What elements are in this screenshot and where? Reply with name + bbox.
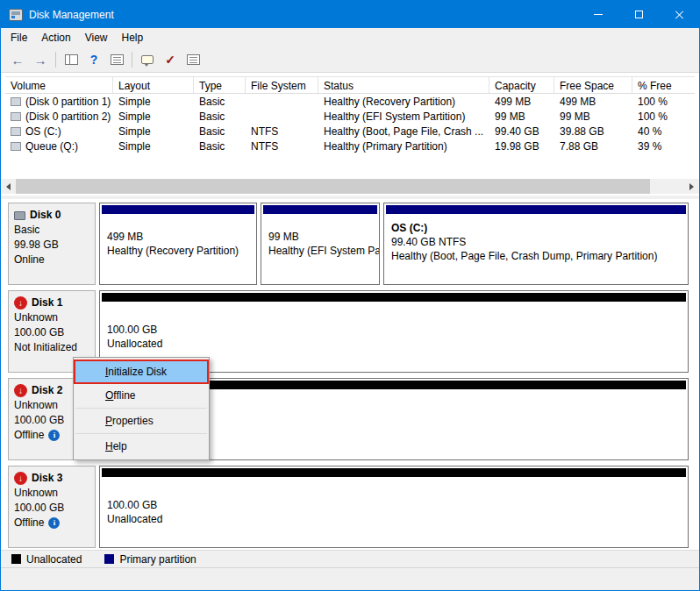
column-header-layout[interactable]: Layout <box>113 77 194 93</box>
menu-separator <box>75 433 207 434</box>
check-button[interactable] <box>159 49 182 70</box>
disk-name: Disk 3 <box>32 471 62 486</box>
partition-text: OS (C:) 99.40 GB NTFS Healthy (Boot, Pag… <box>384 214 688 263</box>
action-pane-icon <box>141 55 154 64</box>
column-header-volume[interactable]: Volume <box>5 77 113 93</box>
cell-file-system: NTFS <box>246 125 318 138</box>
export-list-icon <box>111 54 124 65</box>
volume-icon <box>11 127 21 136</box>
cell-free-space: 7.88 GB <box>554 140 632 153</box>
column-header-file-system[interactable]: File System <box>246 77 318 93</box>
scrollbar-thumb[interactable] <box>16 179 650 194</box>
partition-os-c[interactable]: OS (C:) 99.40 GB NTFS Healthy (Boot, Pag… <box>383 203 689 285</box>
offline-icon <box>14 472 27 485</box>
table-row[interactable]: (Disk 0 partition 2) Simple Basic Health… <box>1 109 699 124</box>
volume-list-pane: Volume Layout Type File System Status Ca… <box>1 73 699 196</box>
volume-name: OS (C:) <box>25 125 61 138</box>
disk0-strip: 499 MB Healthy (Recovery Partition) 99 M… <box>99 203 689 285</box>
menu-help[interactable]: Help <box>115 29 151 46</box>
disk-status: Online <box>14 253 89 267</box>
column-header-capacity[interactable]: Capacity <box>489 77 554 93</box>
context-menu-item-initialize-disk[interactable]: Initialize Disk <box>74 360 209 384</box>
details-button[interactable] <box>182 49 204 70</box>
disk-size: 100.00 GB <box>14 325 89 340</box>
primary-partition-swatch <box>104 554 114 564</box>
partition-status: Healthy (Recovery Partition) <box>107 244 249 258</box>
check-icon <box>165 53 175 67</box>
cell-status: Healthy (EFI System Partition) <box>318 110 489 123</box>
partition-size: 99 MB <box>268 230 372 244</box>
cell-pct-free: 40 % <box>632 125 699 138</box>
export-list-button[interactable] <box>105 49 128 70</box>
menu-item-label: elp <box>113 440 127 452</box>
console-tree-icon <box>65 54 78 65</box>
menu-item-label: ffline <box>113 389 135 402</box>
scroll-left-button[interactable] <box>1 179 16 194</box>
context-menu-item-help[interactable]: Help <box>74 435 209 458</box>
disk-name-line: Disk 3 <box>14 471 89 486</box>
details-icon <box>187 54 200 65</box>
partition-efi[interactable]: 99 MB Healthy (EFI System Pa <box>261 203 380 285</box>
menu-view[interactable]: View <box>78 29 115 46</box>
info-icon[interactable] <box>48 430 60 441</box>
disk-name-line: Disk 1 <box>14 296 89 310</box>
minimize-button[interactable] <box>578 1 618 28</box>
cell-volume: Queue (Q:) <box>5 140 113 153</box>
partition-recovery[interactable]: 499 MB Healthy (Recovery Partition) <box>99 203 257 285</box>
help-icon <box>90 53 98 67</box>
show-action-pane-button[interactable] <box>136 49 159 70</box>
context-menu: Initialize Disk Offline Properties Help <box>73 357 210 460</box>
cell-capacity: 19.98 GB <box>489 140 554 153</box>
menu-action[interactable]: Action <box>34 29 77 46</box>
disk-status: Offline <box>14 516 89 530</box>
cell-volume: (Disk 0 partition 2) <box>5 110 113 123</box>
partition-text: 100.00 GB Unallocated <box>100 477 688 526</box>
cell-pct-free: 39 % <box>632 140 699 153</box>
table-row[interactable]: (Disk 0 partition 1) Simple Basic Health… <box>1 94 699 109</box>
volume-name: (Disk 0 partition 1) <box>25 96 111 108</box>
legend-label: Unallocated <box>26 553 82 566</box>
show-console-tree-button[interactable] <box>60 49 82 70</box>
table-row[interactable]: Queue (Q:) Simple Basic NTFS Healthy (Pr… <box>1 139 699 153</box>
close-button[interactable] <box>659 1 699 28</box>
cell-layout: Simple <box>113 125 194 138</box>
disk0-label-panel[interactable]: Disk 0 Basic 99.98 GB Online <box>8 203 96 285</box>
partition-unallocated[interactable]: 100.00 GB Unallocated <box>99 466 689 548</box>
cell-free-space: 99 MB <box>554 110 632 123</box>
context-menu-item-properties[interactable]: Properties <box>74 409 209 432</box>
help-button[interactable] <box>82 49 105 70</box>
volume-name: Queue (Q:) <box>25 140 78 153</box>
disk-name: Disk 2 <box>32 383 62 398</box>
minimize-icon <box>594 14 603 15</box>
cell-file-system: NTFS <box>246 140 318 153</box>
disk3-label-panel[interactable]: Disk 3 Unknown 100.00 GB Offline <box>8 466 96 548</box>
back-button[interactable] <box>6 49 29 70</box>
scroll-right-icon <box>689 183 694 190</box>
partition-status: Unallocated <box>107 337 681 351</box>
disk3-strip: 100.00 GB Unallocated <box>99 466 689 548</box>
horizontal-scrollbar[interactable] <box>1 179 699 194</box>
cell-pct-free: 100 % <box>632 96 699 108</box>
cell-status: Healthy (Boot, Page File, Crash ... <box>318 125 489 138</box>
disk-kind: Basic <box>14 223 89 238</box>
maximize-button[interactable] <box>618 1 659 28</box>
menu-file[interactable]: File <box>4 29 34 46</box>
menu-item-label: P <box>105 415 112 427</box>
scroll-right-button[interactable] <box>684 179 699 194</box>
table-row[interactable]: OS (C:) Simple Basic NTFS Healthy (Boot,… <box>1 124 699 139</box>
column-header-type[interactable]: Type <box>194 77 246 93</box>
column-header-free-space[interactable]: Free Space <box>554 77 632 93</box>
maximize-icon <box>635 11 643 18</box>
menu-item-label: nitialize Disk <box>108 366 167 378</box>
forward-button[interactable] <box>29 49 52 70</box>
toolbar-separator <box>55 52 56 68</box>
info-icon[interactable] <box>48 517 60 529</box>
disk-row: Disk 3 Unknown 100.00 GB Offline 100.00 … <box>8 466 689 548</box>
table-header-row: Volume Layout Type File System Status Ca… <box>5 76 695 94</box>
disk-kind: Unknown <box>14 310 89 325</box>
cell-status: Healthy (Primary Partition) <box>318 140 489 153</box>
column-header-status[interactable]: Status <box>318 77 489 93</box>
context-menu-item-offline[interactable]: Offline <box>74 384 209 407</box>
cell-layout: Simple <box>113 110 194 123</box>
column-header-pct-free[interactable]: % Free <box>632 77 695 93</box>
